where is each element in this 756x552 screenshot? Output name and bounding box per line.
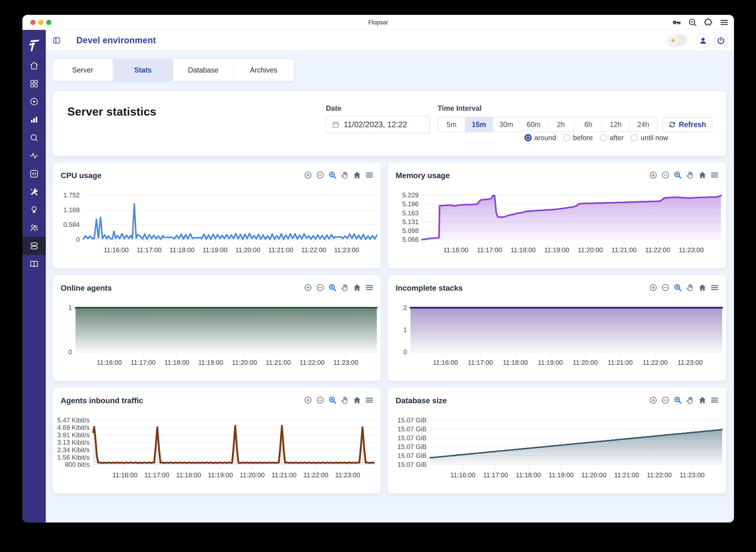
svg-text:11:23:00: 11:23:00 xyxy=(334,246,359,254)
users-icon xyxy=(29,223,39,233)
svg-text:5.098: 5.098 xyxy=(402,227,419,234)
tab-archives[interactable]: Archives xyxy=(234,59,294,81)
interval-30m-button[interactable]: 30m xyxy=(493,118,520,132)
refresh-button[interactable]: Refresh xyxy=(662,117,712,132)
sun-icon xyxy=(669,37,677,44)
svg-text:11:22:00: 11:22:00 xyxy=(301,246,326,254)
run-icon xyxy=(29,97,39,106)
svg-text:11:21:00: 11:21:00 xyxy=(268,246,293,254)
incomplete-stacks-plot[interactable]: 11:16:0011:17:0011:18:0011:19:0011:20:00… xyxy=(388,275,726,381)
sidebar-item-dashboard[interactable] xyxy=(22,75,46,93)
svg-text:11:23:00: 11:23:00 xyxy=(680,471,705,479)
radio-after[interactable]: after xyxy=(600,134,624,142)
environment-title: Devel environment xyxy=(76,30,156,50)
sidebar-item-run[interactable] xyxy=(22,93,46,111)
calendar-icon xyxy=(332,121,340,129)
svg-text:3.91 Kibit/s: 3.91 Kibit/s xyxy=(57,431,90,439)
online-agents-card: Online agents11:16:0011:17:0011:18:0011:… xyxy=(53,275,381,381)
sidebar-item-license[interactable] xyxy=(22,201,46,219)
svg-text:800 bit/s: 800 bit/s xyxy=(65,461,90,468)
radio-dot xyxy=(600,134,607,141)
svg-text:11:20:00: 11:20:00 xyxy=(232,359,257,366)
server-statistics-panel: Server statistics Date 11/02/2023, 12:22… xyxy=(53,91,726,156)
interval-5m-button[interactable]: 5m xyxy=(438,118,466,132)
home-icon xyxy=(29,61,39,70)
memory-usage-plot[interactable]: 11:16:0011:17:0011:18:0011:19:0011:20:00… xyxy=(388,162,726,268)
key-icon[interactable] xyxy=(672,18,681,27)
interval-2h-button[interactable]: 2h xyxy=(547,118,575,132)
code-icon xyxy=(29,169,39,178)
sidebar-item-code[interactable] xyxy=(22,165,46,183)
date-input[interactable]: 11/02/2023, 12:22 xyxy=(326,116,430,133)
svg-text:1.168: 1.168 xyxy=(63,206,80,214)
svg-text:11:17:00: 11:17:00 xyxy=(468,359,493,366)
svg-text:11:21:00: 11:21:00 xyxy=(266,359,291,366)
svg-text:11:21:00: 11:21:00 xyxy=(608,359,633,366)
sidebar-toggle-icon[interactable] xyxy=(52,36,61,44)
svg-text:5.066: 5.066 xyxy=(402,236,419,243)
svg-text:11:16:00: 11:16:00 xyxy=(104,246,129,254)
tab-stats[interactable]: Stats xyxy=(113,59,173,81)
theme-toggle[interactable] xyxy=(667,35,687,46)
logout-power-button[interactable] xyxy=(714,33,728,48)
svg-text:11:17:00: 11:17:00 xyxy=(144,471,169,479)
svg-text:11:20:00: 11:20:00 xyxy=(235,246,260,254)
sidebar-item-home[interactable] xyxy=(22,56,46,75)
tab-server[interactable]: Server xyxy=(53,59,113,81)
extensions-puzzle-icon[interactable] xyxy=(704,18,713,27)
radio-around[interactable]: around xyxy=(524,134,556,142)
refresh-icon xyxy=(668,121,676,128)
svg-text:1.56 Kibit/s: 1.56 Kibit/s xyxy=(57,454,90,461)
svg-text:0: 0 xyxy=(69,348,72,356)
svg-text:4.69 Kibit/s: 4.69 Kibit/s xyxy=(57,424,90,431)
svg-text:5.229: 5.229 xyxy=(402,191,419,199)
svg-text:11:23:00: 11:23:00 xyxy=(334,359,358,366)
interval-12h-button[interactable]: 12h xyxy=(602,118,630,132)
sidebar-item-users[interactable] xyxy=(22,219,46,237)
svg-text:11:18:00: 11:18:00 xyxy=(164,359,189,366)
radio-until-now[interactable]: until now xyxy=(631,134,668,142)
tab-database[interactable]: Database xyxy=(173,59,234,81)
cpu-usage-plot[interactable]: 11:16:0011:17:0011:18:0011:19:0011:20:00… xyxy=(53,162,381,268)
svg-text:11:18:00: 11:18:00 xyxy=(516,471,541,479)
search-icon xyxy=(29,133,39,142)
refresh-label: Refresh xyxy=(679,121,706,129)
radio-dot xyxy=(524,134,532,141)
online-agents-plot[interactable]: 11:16:0011:17:0011:18:0011:19:0011:20:00… xyxy=(53,275,381,381)
sidebar-item-tools[interactable] xyxy=(22,183,46,201)
window-menu-icon[interactable] xyxy=(720,18,729,27)
svg-text:15.07 GiB: 15.07 GiB xyxy=(397,452,426,459)
sidebar xyxy=(22,30,46,523)
activity-icon xyxy=(29,151,39,160)
date-field-label: Date xyxy=(326,104,341,113)
svg-text:1.752: 1.752 xyxy=(63,191,80,199)
interval-24h-button[interactable]: 24h xyxy=(630,118,657,132)
sidebar-item-search[interactable] xyxy=(22,129,46,147)
svg-text:1: 1 xyxy=(69,304,72,311)
svg-text:0: 0 xyxy=(403,348,407,356)
svg-text:11:18:00: 11:18:00 xyxy=(503,359,528,366)
radio-before[interactable]: before xyxy=(563,134,593,142)
svg-text:2.34 Kibit/s: 2.34 Kibit/s xyxy=(57,446,90,453)
sidebar-item-metrics[interactable] xyxy=(22,111,46,129)
radio-label: after xyxy=(610,134,624,142)
svg-text:11:16:00: 11:16:00 xyxy=(444,246,468,254)
svg-text:11:16:00: 11:16:00 xyxy=(112,471,137,479)
user-account-button[interactable] xyxy=(696,33,711,48)
svg-text:11:23:00: 11:23:00 xyxy=(679,246,704,254)
sidebar-item-docs[interactable] xyxy=(22,255,46,273)
svg-text:11:16:00: 11:16:00 xyxy=(433,359,458,366)
interval-15m-button[interactable]: 15m xyxy=(466,118,493,132)
svg-text:1: 1 xyxy=(403,326,407,333)
database-size-card: Database size11:16:0011:17:0011:18:0011:… xyxy=(388,388,726,493)
database-size-plot[interactable]: 11:16:0011:17:0011:18:0011:19:0011:20:00… xyxy=(388,388,726,493)
interval-6h-button[interactable]: 6h xyxy=(575,118,602,132)
svg-text:5.131: 5.131 xyxy=(402,218,419,226)
svg-text:11:16:00: 11:16:00 xyxy=(97,359,122,366)
sidebar-item-servers[interactable] xyxy=(22,237,46,255)
agents-inbound-traffic-card: Agents inbound traffic11:16:0011:17:0011… xyxy=(53,388,381,493)
zoom-out-search-icon[interactable] xyxy=(688,18,697,27)
agents-inbound-traffic-plot[interactable]: 11:16:0011:17:0011:18:0011:19:0011:20:00… xyxy=(53,388,381,493)
sidebar-item-activity[interactable] xyxy=(22,147,46,165)
interval-60m-button[interactable]: 60m xyxy=(520,118,547,132)
